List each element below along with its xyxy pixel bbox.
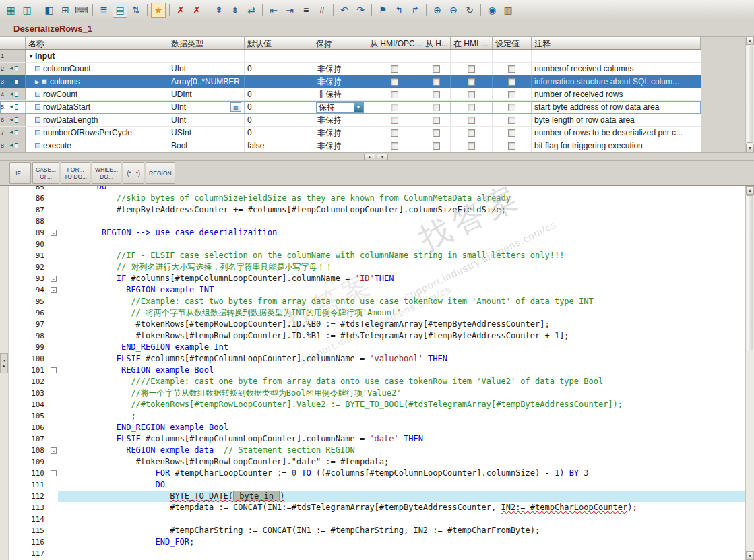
column-header-9[interactable]: 注释 xyxy=(532,37,701,49)
row-header-cell[interactable]: 5◄ xyxy=(0,101,26,113)
code-text[interactable]: REGION example INT xyxy=(58,284,745,296)
checkbox[interactable] xyxy=(433,142,440,150)
code-text[interactable]: //将一个字节从数组数据转换到数据类型为Bool的用例令牌行项'Value2' xyxy=(58,387,745,399)
comment-cell[interactable]: information structure about SQL colum... xyxy=(532,75,701,88)
checkbox[interactable] xyxy=(468,91,475,98)
code-text[interactable]: #tokenRows[#tempRowLoopCounter].ID.%B0 :… xyxy=(58,319,745,330)
scroll-down-icon[interactable]: ▼ xyxy=(746,551,754,560)
column-header-2[interactable]: 数据类型 xyxy=(168,37,245,49)
code-text[interactable] xyxy=(58,514,745,525)
setpoint-cell[interactable] xyxy=(493,101,532,113)
column-header-4[interactable]: 保持 xyxy=(313,37,367,49)
code-line[interactable]: 115 #tempCharString := CONCAT(IN1 := #te… xyxy=(9,525,745,536)
row-header-cell[interactable]: 8◄ xyxy=(0,139,26,152)
code-text[interactable]: BYTE_TO_DATE( byte_in ) xyxy=(58,491,745,502)
hmi-opc-cell[interactable] xyxy=(367,63,422,75)
hmi-cell[interactable] xyxy=(422,88,451,100)
name-cell[interactable]: rowDataStart xyxy=(26,101,168,113)
retain-cell[interactable]: 保持▼ xyxy=(313,101,367,113)
code-text[interactable]: REGION --> use case deserializaition xyxy=(58,227,745,239)
datatype-cell[interactable] xyxy=(168,50,245,62)
window-layout-icon[interactable]: ◫ xyxy=(20,3,34,18)
fold-toggle-icon[interactable]: - xyxy=(51,470,57,476)
checkbox[interactable] xyxy=(391,117,398,124)
row-header-cell[interactable]: 4◄ xyxy=(0,88,26,100)
name-cell[interactable]: execute xyxy=(26,139,168,152)
fold-toggle-icon[interactable]: - xyxy=(51,447,57,454)
code-line[interactable]: 114 xyxy=(9,514,745,525)
datatype-cell[interactable]: Array[0..*NUMBER_... xyxy=(168,75,245,88)
scrollbar-track[interactable] xyxy=(746,351,754,551)
hmi-cell[interactable] xyxy=(422,50,451,62)
navigate-forward-icon[interactable]: ↷ xyxy=(353,3,368,18)
datatype-cell[interactable]: UInt xyxy=(168,114,245,126)
checkbox[interactable] xyxy=(391,91,398,98)
code-text[interactable]: //#tokenRows[#tempRowLoopCounter].Value2… xyxy=(58,399,745,410)
table-row[interactable]: 8◄executeBoolfalse非保持bit flag for trigge… xyxy=(0,139,701,152)
splitter-collapse-down-button[interactable]: ▼ xyxy=(377,154,388,160)
code-line[interactable]: 87 #tempByteAddressCounter += #columns[#… xyxy=(9,204,745,216)
checkbox[interactable] xyxy=(391,78,398,86)
code-line[interactable]: 86 //skip bytes of columnSizeFieldSize a… xyxy=(9,193,745,204)
table-row[interactable]: 4◄rowCountUDInt0非保持number of received ro… xyxy=(0,88,701,101)
hmi-cell[interactable] xyxy=(422,114,451,126)
add-row-icon[interactable]: ⊞ xyxy=(58,3,73,18)
hmi-cell[interactable] xyxy=(422,101,451,113)
fold-toggle-icon[interactable]: - xyxy=(51,230,57,236)
code-line[interactable]: 95 //Example: cast two bytes from array … xyxy=(9,296,745,307)
code-line[interactable]: 113 #tempdata := CONCAT(IN1:=#tdsTelegra… xyxy=(9,502,745,514)
code-text[interactable]: DO xyxy=(58,479,745,491)
checkbox[interactable] xyxy=(468,129,475,137)
name-cell[interactable]: ▶columns xyxy=(26,75,168,88)
setpoint-cell[interactable] xyxy=(493,50,532,62)
decrease-indent-icon[interactable]: ⇤ xyxy=(266,3,281,18)
setpoint-cell[interactable] xyxy=(493,127,532,139)
hmi-cell[interactable] xyxy=(422,139,451,152)
scrollbar-thumb[interactable] xyxy=(747,195,753,350)
retain-cell[interactable]: 非保持 xyxy=(313,75,367,88)
code-text[interactable] xyxy=(58,548,745,559)
row-header-cell[interactable]: 6◄ xyxy=(0,114,26,126)
fold-toggle-icon[interactable]: - xyxy=(51,367,57,373)
absolute-symbolic-toggle-icon[interactable]: ▤ xyxy=(113,3,127,18)
snippet-region-button[interactable]: REGION xyxy=(146,162,175,184)
code-text[interactable]: #tokenRows[#tempRowLoopCounter].ID.%B1 :… xyxy=(58,330,745,342)
checkbox[interactable] xyxy=(433,65,440,73)
delete-all-errors-icon[interactable]: ✗ xyxy=(189,3,204,18)
code-line[interactable]: 106 END_REGION example Bool xyxy=(9,422,745,433)
scrollbar-thumb[interactable] xyxy=(747,46,753,143)
checkbox[interactable] xyxy=(508,117,515,124)
checkbox[interactable] xyxy=(508,129,515,137)
retain-cell[interactable]: 非保持 xyxy=(313,139,367,152)
checkbox[interactable] xyxy=(391,104,398,111)
setpoint-cell[interactable] xyxy=(493,139,532,152)
default-value-cell[interactable] xyxy=(245,50,313,62)
pane-splitter[interactable]: ▲ ▼ xyxy=(0,152,754,161)
hmi-visible-cell[interactable] xyxy=(451,75,493,88)
column-header-8[interactable]: 设定值 xyxy=(493,37,532,49)
checkbox[interactable] xyxy=(433,78,440,86)
code-text[interactable]: IF #columns[#tempColumnLoopCounter].colu… xyxy=(58,273,745,284)
code-text[interactable]: ; xyxy=(58,410,745,422)
code-text[interactable]: END_FOR; xyxy=(58,536,745,548)
retain-cell[interactable]: 非保持 xyxy=(313,88,367,100)
pane-collapse-handle[interactable]: ◄► xyxy=(0,353,8,373)
hmi-opc-cell[interactable] xyxy=(367,88,422,100)
setpoint-cell[interactable] xyxy=(493,63,532,75)
table-row[interactable]: 1▼Input xyxy=(0,50,701,63)
goto-definition-icon[interactable]: ⇄ xyxy=(244,3,259,18)
scroll-down-icon[interactable]: ▼ xyxy=(746,144,754,152)
checkbox[interactable] xyxy=(508,78,515,86)
code-line[interactable]: 90 xyxy=(9,239,745,250)
code-line[interactable]: 85 DO xyxy=(9,186,745,193)
hmi-opc-cell[interactable] xyxy=(367,75,422,88)
checkbox[interactable] xyxy=(433,104,440,111)
hmi-visible-cell[interactable] xyxy=(451,88,493,100)
comment-cell[interactable] xyxy=(532,50,701,62)
default-value-cell[interactable]: 0 xyxy=(245,114,313,126)
code-line[interactable]: 92 // 对列名进行大小写选择，列名字符串只能是小写字母！！ xyxy=(9,261,745,273)
hmi-opc-cell[interactable] xyxy=(367,139,422,152)
comment-cell[interactable]: number of rows to be deserialized per c.… xyxy=(532,127,701,139)
table-row[interactable]: 3◄▶columnsArray[0..*NUMBER_...非保持informa… xyxy=(0,75,701,88)
code-line[interactable]: 91 //IF - ELSIF case selection on the co… xyxy=(9,250,745,261)
